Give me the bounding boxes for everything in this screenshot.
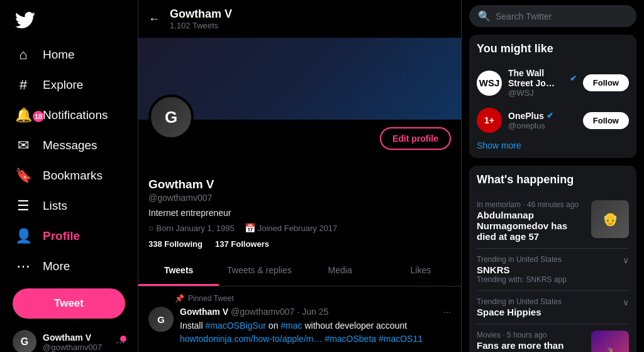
oneplus-avatar: 1+ — [477, 108, 502, 133]
tweet-more-button[interactable]: ··· — [443, 307, 451, 317]
bell-icon: 🔔 18 — [15, 107, 31, 123]
sidebar-item-lists-label: Lists — [43, 199, 67, 213]
sidebar-item-messages[interactable]: ✉ Messages — [8, 131, 130, 160]
tweet-button[interactable]: Tweet — [13, 288, 125, 319]
sidebar-item-explore[interactable]: # Explore — [8, 71, 130, 99]
trending-hamilton-context: Movies · 5 hours ago — [477, 331, 586, 339]
trending-space-hippies: Trending in United States Space Hippies … — [477, 291, 629, 324]
sidebar-item-lists[interactable]: ☰ Lists — [8, 191, 130, 220]
sidebar-item-home[interactable]: ⌂ Home — [8, 40, 130, 69]
sidebar-user-name: Gowtham V — [43, 332, 109, 343]
trending-space-hippies-topic[interactable]: Space Hippies — [477, 307, 629, 317]
chevron-down-icon[interactable]: ∨ — [623, 255, 629, 265]
sidebar-item-profile-label: Profile — [43, 229, 80, 243]
sidebar: ⌂ Home # Explore 🔔 18 Notifications ✉ Me… — [0, 0, 138, 352]
hashtag-mac[interactable]: #mac — [280, 321, 302, 331]
suggestion-oneplus-info: OnePlus ✔ @oneplus — [508, 111, 577, 130]
trending-hamilton-image: 🎭 — [591, 331, 629, 352]
profile-stats: 338 Following 137 Followers — [148, 239, 451, 249]
trending-snkrs-topic[interactable]: SNKRS — [477, 264, 629, 275]
sidebar-item-more[interactable]: ⋯ More — [8, 252, 130, 281]
lists-icon: ☰ — [15, 198, 31, 214]
profile-nav-tweets-count: 1,102 Tweets — [170, 21, 451, 30]
profile-name: Gowtham V — [148, 178, 451, 191]
sidebar-user[interactable]: G Gowtham V @gowthamv007 ··· — [8, 324, 130, 352]
verified-badge: ✔ — [570, 74, 577, 83]
sidebar-user-info: Gowtham V @gowthamv007 — [43, 332, 109, 352]
trending-hamilton-topic[interactable]: Fans are more than satisfied with Hamilt… — [477, 340, 586, 352]
trending-hamilton-row: Movies · 5 hours ago Fans are more than … — [477, 331, 629, 352]
trending-abdulmanap: In memoriam · 46 minutes ago Abdulmanap … — [477, 194, 629, 249]
tweet-author-handle: @gowthamv007 — [231, 307, 294, 317]
whats-happening-card: What's happening In memoriam · 46 minute… — [469, 166, 636, 352]
tab-media[interactable]: Media — [300, 256, 380, 286]
hashtag-macOS11[interactable]: #macOS11 — [379, 334, 423, 344]
sidebar-item-messages-label: Messages — [43, 139, 97, 152]
profile-nav-info: Gowtham V 1,102 Tweets — [170, 8, 451, 30]
tweet-meta: Gowtham V @gowthamv007 · Jun 25 ··· — [180, 307, 451, 317]
search-icon: 🔍 — [478, 10, 491, 22]
profile-tabs: Tweets Tweets & replies Media Likes — [138, 256, 461, 287]
tweet-date: · Jun 25 — [297, 307, 328, 317]
profile-meta-joined: 📅 Joined February 2017 — [245, 223, 337, 233]
suggestion-wsj-name: The Wall Street Jo… ✔ — [508, 68, 577, 88]
verified-badge-oneplus: ✔ — [547, 111, 553, 120]
tweet-content: Gowtham V @gowthamv007 · Jun 25 ··· Inst… — [180, 307, 451, 352]
tab-tweets-replies[interactable]: Tweets & replies — [219, 256, 299, 286]
online-dot — [120, 336, 126, 342]
you-might-like-card: You might like WSJ The Wall Street Jo… ✔… — [469, 35, 636, 158]
tweet-author-name: Gowtham V — [180, 307, 228, 317]
sidebar-item-more-label: More — [43, 259, 70, 273]
twitter-logo[interactable] — [8, 5, 130, 38]
tab-likes[interactable]: Likes — [380, 256, 461, 286]
trending-abdulmanap-context: In memoriam · 46 minutes ago — [477, 200, 586, 209]
sidebar-item-notifications[interactable]: 🔔 18 Notifications — [8, 101, 130, 130]
home-icon: ⌂ — [15, 47, 31, 63]
sidebar-user-handle: @gowthamv007 — [43, 343, 109, 352]
sidebar-item-explore-label: Explore — [43, 78, 83, 92]
sidebar-item-profile[interactable]: 👤 Profile — [8, 222, 130, 251]
pinned-label: 📌 Pinned Tweet — [175, 294, 451, 303]
search-bar: 🔍 — [469, 5, 636, 27]
search-input[interactable] — [496, 11, 628, 21]
avatar: G — [13, 330, 36, 352]
trending-snkrs-sub: Trending with: SNKRS app — [477, 275, 629, 284]
profile-nav-bar: ← Gowtham V 1,102 Tweets — [138, 0, 461, 38]
edit-profile-button[interactable]: Edit profile — [380, 127, 451, 150]
trending-hamilton: Movies · 5 hours ago Fans are more than … — [477, 324, 629, 352]
suggestion-oneplus: 1+ OnePlus ✔ @oneplus Follow — [477, 103, 629, 138]
explore-icon: # — [15, 77, 31, 93]
profile-avatar: G — [148, 94, 194, 140]
show-more-link[interactable]: Show more — [477, 140, 629, 150]
suggestion-wsj-handle: @WSJ — [508, 88, 577, 98]
suggestion-oneplus-handle: @oneplus — [508, 121, 577, 130]
trending-abdulmanap-image: 👴 — [591, 200, 629, 238]
follow-wsj-button[interactable]: Follow — [583, 74, 629, 91]
wsj-avatar: WSJ — [477, 71, 502, 96]
tweet-author-avatar: G — [148, 307, 174, 332]
chevron-down-icon-2[interactable]: ∨ — [623, 297, 629, 307]
profile-nav-name: Gowtham V — [170, 8, 451, 21]
messages-icon: ✉ — [15, 137, 31, 154]
back-button[interactable]: ← — [148, 13, 160, 26]
hashtag-macOSbeta[interactable]: #macOSbeta — [325, 334, 376, 344]
tweet-link[interactable]: howtodoninja.com/how-to/apple/m… — [180, 334, 322, 344]
main-content: ← Gowtham V 1,102 Tweets G Edit profile … — [138, 0, 462, 352]
trending-abdulmanap-topic[interactable]: Abdulmanap Nurmagomedov has died at age … — [477, 210, 586, 242]
suggestion-wsj: WSJ The Wall Street Jo… ✔ @WSJ Follow — [477, 63, 629, 103]
pinned-tweet: 📌 Pinned Tweet G Gowtham V @gowthamv007 … — [138, 287, 461, 352]
sidebar-item-bookmarks[interactable]: 🔖 Bookmarks — [8, 161, 130, 190]
trending-snkrs-context: Trending in United States — [477, 255, 629, 264]
you-might-like-title: You might like — [477, 42, 629, 55]
trending-abdulmanap-row: In memoriam · 46 minutes ago Abdulmanap … — [477, 200, 629, 242]
hashtag-macOSBigSur[interactable]: #macOSBigSur — [205, 321, 265, 331]
whats-happening-title: What's happening — [477, 173, 629, 186]
following-stat[interactable]: 338 Following — [148, 239, 203, 249]
profile-info-section: G Edit profile Gowtham V @gowthamv007 In… — [138, 120, 461, 249]
tab-tweets[interactable]: Tweets — [138, 256, 219, 286]
memorial-image-inner: 👴 — [591, 200, 629, 238]
sidebar-nav: ⌂ Home # Explore 🔔 18 Notifications ✉ Me… — [8, 40, 130, 281]
followers-stat[interactable]: 137 Followers — [215, 239, 269, 249]
follow-oneplus-button[interactable]: Follow — [583, 112, 629, 129]
notification-count: 18 — [33, 111, 44, 122]
